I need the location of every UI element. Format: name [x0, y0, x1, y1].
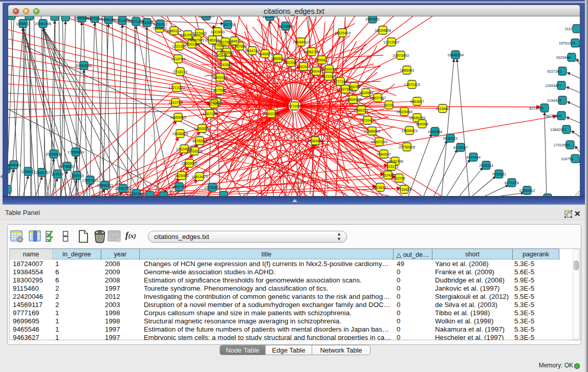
svg-text:17010534: 17010534 — [554, 143, 570, 147]
svg-text:7986372: 7986372 — [354, 108, 368, 113]
svg-text:16914479: 16914479 — [191, 174, 208, 179]
svg-text:12093877: 12093877 — [545, 83, 561, 88]
svg-text:16210643: 16210643 — [545, 114, 561, 118]
svg-text:16782759: 16782759 — [115, 186, 131, 191]
svg-text:8813054: 8813054 — [263, 16, 277, 19]
svg-text:10958117: 10958117 — [97, 183, 113, 188]
svg-text:1810755: 1810755 — [168, 100, 183, 105]
svg-text:1410754: 1410754 — [171, 57, 185, 61]
svg-text:1292346: 1292346 — [129, 191, 143, 196]
svg-text:7955812: 7955812 — [315, 58, 329, 62]
svg-text:20756928: 20756928 — [399, 145, 415, 149]
svg-text:10688609: 10688609 — [364, 129, 380, 134]
svg-text:2935114: 2935114 — [479, 163, 493, 168]
svg-text:7663822: 7663822 — [153, 26, 167, 31]
svg-text:9794078: 9794078 — [322, 67, 336, 72]
svg-text:3824554: 3824554 — [359, 91, 373, 95]
svg-text:8267110: 8267110 — [203, 112, 216, 116]
svg-text:16961758: 16961758 — [303, 50, 320, 54]
svg-text:9242845: 9242845 — [218, 62, 232, 67]
svg-text:1244419: 1244419 — [547, 98, 561, 103]
svg-text:1640954: 1640954 — [428, 129, 442, 134]
svg-text:114519: 114519 — [51, 172, 63, 177]
svg-text:12213967: 12213967 — [383, 40, 400, 45]
svg-text:14918222: 14918222 — [186, 149, 203, 154]
svg-text:546: 546 — [231, 39, 237, 43]
svg-text:19654923: 19654923 — [401, 128, 418, 133]
svg-text:8471676: 8471676 — [505, 181, 519, 185]
svg-text:18300295: 18300295 — [263, 112, 279, 116]
svg-text:751552: 751552 — [141, 20, 153, 25]
svg-text:7632621: 7632621 — [492, 172, 506, 177]
svg-text:16543382: 16543382 — [184, 42, 200, 47]
svg-text:9329966: 9329966 — [556, 55, 571, 60]
svg-text:8454749: 8454749 — [245, 49, 259, 53]
svg-text:18120746: 18120746 — [387, 159, 403, 164]
svg-text:8990443: 8990443 — [309, 69, 323, 74]
svg-text:17957223: 17957223 — [82, 178, 98, 183]
svg-text:8678332: 8678332 — [192, 139, 207, 143]
svg-text:6466160: 6466160 — [101, 17, 116, 22]
svg-text:8960124: 8960124 — [167, 29, 181, 33]
svg-text:1822603: 1822603 — [210, 30, 225, 34]
svg-text:19654985: 19654985 — [170, 115, 186, 120]
svg-text:20691406: 20691406 — [35, 21, 51, 26]
svg-text:19384554: 19384554 — [307, 139, 323, 143]
svg-text:9914: 9914 — [8, 167, 10, 171]
svg-text:1527602: 1527602 — [88, 16, 102, 21]
svg-text:20364436: 20364436 — [345, 97, 361, 102]
svg-text:2455721: 2455721 — [8, 16, 18, 18]
svg-text:5322605: 5322605 — [192, 31, 207, 36]
svg-text:10807487: 10807487 — [369, 96, 386, 100]
svg-text:2718179: 2718179 — [173, 70, 187, 74]
svg-text:18724007: 18724007 — [287, 104, 303, 108]
svg-text:7357274: 7357274 — [221, 23, 235, 27]
svg-text:9457771: 9457771 — [172, 185, 186, 189]
svg-text:15609945: 15609945 — [181, 161, 198, 166]
svg-text:15751074: 15751074 — [559, 41, 575, 46]
svg-text:20206538: 20206538 — [46, 152, 62, 157]
svg-text:5322037: 5322037 — [284, 60, 298, 65]
svg-text:16495759: 16495759 — [409, 116, 425, 120]
svg-text:12213303: 12213303 — [168, 85, 185, 90]
svg-text:14136141: 14136141 — [372, 185, 388, 190]
svg-text:18640910: 18640910 — [293, 40, 309, 45]
svg-text:14353594: 14353594 — [194, 126, 210, 131]
svg-text:20053346: 20053346 — [76, 63, 92, 68]
svg-text:817006: 817006 — [208, 102, 220, 106]
svg-text:2803144: 2803144 — [213, 75, 227, 80]
svg-text:10025483: 10025483 — [396, 110, 412, 114]
svg-text:1250515: 1250515 — [70, 173, 84, 178]
svg-text:7485063: 7485063 — [400, 68, 414, 73]
svg-text:9327502: 9327502 — [218, 40, 232, 45]
svg-text:1615172: 1615172 — [384, 164, 399, 169]
svg-text:2367608: 2367608 — [232, 44, 247, 49]
svg-text:1621022: 1621022 — [321, 74, 336, 79]
svg-text:15716485: 15716485 — [204, 185, 221, 190]
svg-text:16154808: 16154808 — [375, 28, 391, 33]
svg-text:9884047: 9884047 — [377, 152, 391, 157]
svg-text:10973493: 10973493 — [393, 53, 409, 58]
svg-text:1156817: 1156817 — [21, 169, 35, 174]
svg-text:6549061: 6549061 — [8, 163, 21, 167]
svg-text:12942757: 12942757 — [34, 170, 50, 175]
svg-text:1362615: 1362615 — [296, 64, 311, 69]
svg-text:9115460: 9115460 — [435, 106, 449, 111]
svg-text:7625402: 7625402 — [175, 173, 189, 178]
svg-text:427552: 427552 — [213, 88, 226, 93]
svg-text:9156312: 9156312 — [153, 22, 167, 27]
svg-text:9146821: 9146821 — [258, 52, 272, 56]
svg-text:1405572: 1405572 — [16, 21, 30, 26]
svg-text:15720407: 15720407 — [359, 118, 376, 123]
svg-text:669969: 669969 — [416, 122, 428, 126]
svg-text:18907249: 18907249 — [371, 140, 387, 144]
svg-text:17359924: 17359924 — [68, 150, 84, 155]
svg-text:19218506: 19218506 — [277, 24, 294, 29]
svg-text:2087682: 2087682 — [365, 17, 380, 21]
svg-text:6216: 6216 — [385, 103, 393, 107]
svg-text:1733426: 1733426 — [397, 187, 411, 192]
svg-text:6497568: 6497568 — [338, 87, 353, 92]
svg-text:8186323: 8186323 — [205, 38, 220, 42]
svg-text:1112: 1112 — [565, 27, 573, 31]
svg-text:12325419: 12325419 — [334, 31, 351, 35]
